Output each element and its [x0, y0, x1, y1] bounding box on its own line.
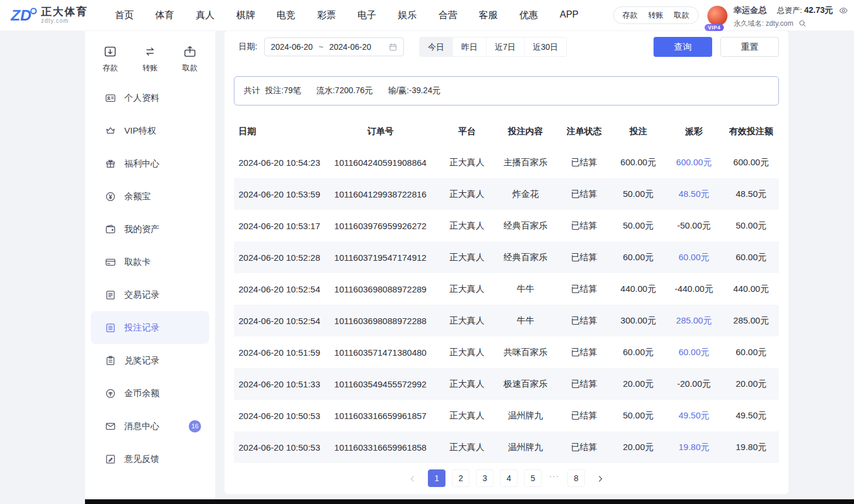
- page-button[interactable]: 5: [524, 469, 542, 487]
- brand-logo[interactable]: ZD 正大体育 zdty.com: [9, 5, 88, 26]
- list-icon: [105, 290, 116, 301]
- table-row: 2024-06-20 10:52:541011603698088972289正大…: [234, 273, 779, 305]
- sidebar-item[interactable]: 个人资料: [91, 81, 209, 114]
- table-row: 2024-06-20 10:51:331011603549455572992正大…: [234, 368, 779, 400]
- column-header: 平台: [439, 116, 495, 147]
- page-button[interactable]: 8: [567, 469, 585, 487]
- assets-value: 42.73元: [804, 5, 833, 15]
- column-header: 订单号: [322, 116, 439, 147]
- summary-item: 流水:7200.76元: [316, 86, 373, 96]
- deposit-icon: [103, 45, 117, 59]
- main-nav: 首页体育真人棋牌电竞彩票电子娱乐合营客服优惠APP: [115, 9, 579, 22]
- nav-item[interactable]: 娱乐: [398, 9, 417, 22]
- sidebar-item[interactable]: 我的资产: [91, 213, 209, 246]
- sidebar-item[interactable]: 余额宝: [91, 180, 209, 213]
- range-button[interactable]: 近30日: [524, 38, 567, 56]
- assets-label: 总资产:: [777, 6, 802, 15]
- range-group: 今日昨日近7日近30日: [419, 37, 567, 57]
- header-right: 存款转账取款 VIP4 幸运金总 总资产: 42.73元 永久域名: zdty.…: [613, 2, 848, 29]
- domain-search[interactable]: [798, 19, 807, 28]
- range-button[interactable]: 昨日: [452, 38, 486, 56]
- bottom-bar: [85, 499, 854, 504]
- column-header: 有效投注额: [723, 116, 779, 147]
- mail-icon: [105, 421, 116, 432]
- table-row: 2024-06-20 10:51:591011603571471380480正大…: [234, 336, 779, 368]
- sidebar-item[interactable]: 消息中心16: [91, 410, 209, 442]
- nav-item[interactable]: 合营: [438, 9, 457, 22]
- feedback-icon: [105, 454, 116, 465]
- table-row: 2024-06-20 10:50:531011603316659961857正大…: [234, 400, 779, 431]
- table-body: 2024-06-20 10:54:231011604240591908864正大…: [234, 147, 779, 463]
- sidebar: 存款转账取款 个人资料VIP特权福利中心余额宝我的资产取款卡交易记录投注记录兑奖…: [85, 30, 215, 499]
- page-button[interactable]: 1: [428, 469, 445, 487]
- pagination: 12345...8: [234, 468, 779, 489]
- wallet-action[interactable]: 存款: [617, 10, 643, 21]
- sidebar-item[interactable]: VIP特权: [91, 114, 209, 147]
- nav-item[interactable]: 真人: [196, 9, 215, 22]
- table-row: 2024-06-20 10:54:231011604240591908864正大…: [234, 147, 779, 178]
- brand-domain: zdty.com: [41, 18, 88, 24]
- table-row: 2024-06-20 10:52:541011603698088972288正大…: [234, 305, 779, 336]
- eye-icon: [839, 6, 848, 15]
- sidebar-item[interactable]: 金币余额: [91, 377, 209, 410]
- prev-page-button[interactable]: [404, 469, 421, 487]
- page-button[interactable]: 2: [452, 469, 469, 487]
- nav-item[interactable]: 彩票: [317, 9, 336, 22]
- reset-button[interactable]: 重置: [720, 37, 779, 57]
- wallet-action[interactable]: 转账: [643, 10, 669, 21]
- date-separator: ~: [319, 42, 324, 52]
- search-button[interactable]: 查询: [654, 37, 712, 57]
- table-head-row: 日期订单号平台投注内容注单状态投注派彩有效投注额: [234, 116, 779, 147]
- svg-text:ZD: ZD: [11, 6, 32, 24]
- assets-icon: [105, 224, 116, 235]
- doc-icon: [105, 322, 116, 333]
- summary-item: 投注:79笔: [265, 86, 301, 96]
- summary-item: 输/赢:-39.24元: [388, 86, 440, 96]
- shortcut-transfer[interactable]: 转账: [142, 45, 158, 73]
- wallet-action[interactable]: 取款: [669, 10, 695, 21]
- vip-badge: VIP4: [705, 24, 724, 31]
- date-from: 2024-06-20: [271, 42, 313, 52]
- brand-name: 正大体育: [41, 6, 88, 18]
- nav-item[interactable]: 棋牌: [236, 9, 255, 22]
- transfer-icon: [143, 45, 157, 59]
- card-icon: [105, 257, 116, 268]
- next-page-button[interactable]: [591, 469, 609, 487]
- permanent-domain: 永久域名: zdty.com: [734, 19, 794, 29]
- nav-item[interactable]: 体育: [155, 9, 174, 22]
- avatar[interactable]: [707, 5, 728, 26]
- date-range-input[interactable]: 2024-06-20 ~ 2024-06-20: [264, 38, 404, 56]
- page-list: 12345...8: [428, 469, 585, 487]
- coins-icon: [105, 388, 116, 399]
- page-ellipsis: ...: [548, 469, 561, 487]
- user-name: 幸运金总: [734, 5, 767, 16]
- wallet-pill: 存款转账取款: [613, 6, 699, 24]
- sidebar-item[interactable]: 意见反馈: [91, 442, 209, 475]
- column-header: 投注内容: [495, 116, 556, 147]
- range-button[interactable]: 近7日: [486, 38, 524, 56]
- crown-icon: [105, 125, 116, 137]
- gift-icon: [105, 158, 116, 169]
- summary-bar: 共计 投注:79笔流水:7200.76元输/赢:-39.24元: [234, 76, 779, 105]
- nav-item[interactable]: 首页: [115, 9, 134, 22]
- shortcut-withdraw[interactable]: 取款: [182, 45, 198, 73]
- clipboard-icon: [105, 355, 116, 366]
- summary-items: 投注:79笔流水:7200.76元输/赢:-39.24元: [265, 86, 440, 96]
- nav-item[interactable]: 优惠: [519, 9, 538, 22]
- toggle-balance[interactable]: [839, 5, 848, 16]
- sidebar-item[interactable]: 福利中心: [91, 147, 209, 180]
- sidebar-item[interactable]: 兑奖记录: [91, 344, 209, 377]
- range-button[interactable]: 今日: [420, 38, 452, 56]
- nav-item[interactable]: 电子: [358, 9, 376, 22]
- page-button[interactable]: 3: [476, 469, 494, 487]
- nav-item[interactable]: 客服: [479, 9, 498, 22]
- nav-item[interactable]: 电竞: [277, 9, 295, 22]
- idcard-icon: [105, 93, 116, 104]
- page-button[interactable]: 4: [500, 469, 518, 487]
- shortcut-deposit[interactable]: 存款: [103, 45, 118, 73]
- sidebar-item[interactable]: 投注记录: [91, 311, 209, 344]
- sidebar-menu: 个人资料VIP特权福利中心余额宝我的资产取款卡交易记录投注记录兑奖记录金币余额消…: [85, 81, 215, 475]
- sidebar-item[interactable]: 取款卡: [91, 246, 209, 278]
- sidebar-item[interactable]: 交易记录: [91, 278, 209, 311]
- nav-item[interactable]: APP: [560, 9, 579, 22]
